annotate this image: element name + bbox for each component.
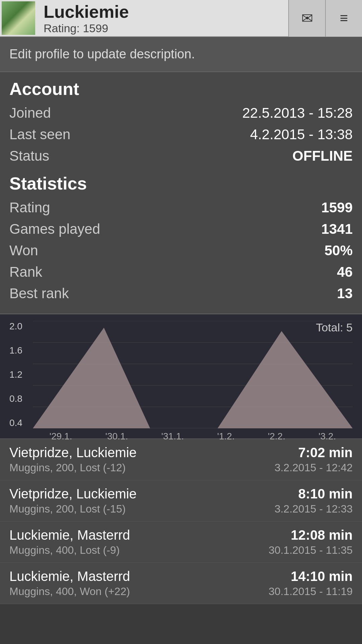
chart-section: 2.0 1.6 1.2 0.8 0.4 Total: 5 '29.1. '30.…	[0, 314, 362, 439]
menu-icon: ≡	[340, 10, 348, 26]
joined-label: Joined	[9, 105, 51, 121]
game-details: Muggins, 400, Won (+22)	[9, 585, 130, 598]
x-label-31: '31.1.	[161, 431, 184, 442]
avatar	[2, 1, 35, 35]
game-row-top: Luckiemie, Masterrd 14:10 min	[9, 569, 353, 584]
chart-y-labels: 2.0 1.6 1.2 0.8 0.4	[9, 321, 22, 428]
game-date: 30.1.2015 - 11:19	[268, 585, 353, 598]
game-history: Vietpridze, Luckiemie 7:02 min Muggins, …	[0, 439, 362, 604]
game-players: Luckiemie, Masterrd	[9, 569, 130, 584]
game-item[interactable]: Luckiemie, Masterrd 14:10 min Muggins, 4…	[0, 563, 362, 604]
rating-row: Rating 1599	[9, 197, 353, 218]
last-seen-row: Last seen 4.2.2015 - 13:38	[9, 124, 353, 145]
won-value: 50%	[324, 243, 353, 259]
statistics-title: Statistics	[9, 173, 353, 194]
header-info: Luckiemie Rating: 1599	[37, 0, 288, 38]
chart-svg	[33, 321, 353, 428]
game-item[interactable]: Luckiemie, Masterrd 12:08 min Muggins, 4…	[0, 522, 362, 563]
rank-row: Rank 46	[9, 261, 353, 283]
game-details: Muggins, 400, Lost (-9)	[9, 544, 120, 556]
avatar-image	[2, 1, 35, 35]
game-row-bottom: Muggins, 200, Lost (-15) 3.2.2015 - 12:3…	[9, 503, 353, 515]
status-row: Status OFFLINE	[9, 145, 353, 167]
rank-value: 46	[337, 264, 353, 280]
y-label-1.2: 1.2	[9, 369, 22, 380]
rank-label: Rank	[9, 264, 42, 280]
last-seen-label: Last seen	[9, 126, 70, 143]
stat-rating-value: 1599	[321, 200, 353, 216]
best-rank-row: Best rank 13	[9, 283, 353, 304]
x-label-29: '29.1.	[50, 431, 72, 442]
game-row-bottom: Muggins, 400, Lost (-9) 30.1.2015 - 11:3…	[9, 544, 353, 556]
chart-container: '29.1. '30.1. '31.1. '1.2. '2.2. '3.2.	[33, 321, 353, 435]
best-rank-value: 13	[337, 285, 353, 302]
rating-label: Rating: 1599	[44, 22, 282, 35]
joined-row: Joined 22.5.2013 - 15:28	[9, 102, 353, 124]
game-row-top: Vietpridze, Luckiemie 8:10 min	[9, 486, 353, 501]
account-title: Account	[9, 79, 353, 99]
status-label: Status	[9, 148, 49, 164]
y-label-0.8: 0.8	[9, 393, 22, 404]
games-played-row: Games played 1341	[9, 218, 353, 240]
game-details: Muggins, 200, Lost (-15)	[9, 503, 126, 515]
won-row: Won 50%	[9, 240, 353, 261]
last-seen-value: 4.2.2015 - 13:38	[250, 126, 353, 143]
joined-value: 22.5.2013 - 15:28	[242, 105, 353, 121]
game-duration: 14:10 min	[291, 569, 353, 584]
message-button[interactable]: ✉	[288, 0, 325, 37]
game-duration: 8:10 min	[298, 486, 353, 501]
header-actions: ✉ ≡	[288, 0, 362, 37]
username: Luckiemie	[44, 2, 282, 22]
x-label-2: '2.2.	[268, 431, 285, 442]
game-players: Vietpridze, Luckiemie	[9, 486, 136, 501]
game-date: 3.2.2015 - 12:33	[275, 503, 353, 515]
edit-notice: Edit profile to update description.	[0, 37, 362, 72]
won-label: Won	[9, 243, 38, 259]
game-row-bottom: Muggins, 400, Won (+22) 30.1.2015 - 11:1…	[9, 585, 353, 598]
game-row-top: Luckiemie, Masterrd 12:08 min	[9, 528, 353, 543]
game-row-top: Vietpridze, Luckiemie 7:02 min	[9, 445, 353, 460]
games-played-label: Games played	[9, 221, 100, 237]
x-label-1: '1.2.	[217, 431, 235, 442]
y-label-1.6: 1.6	[9, 345, 22, 356]
game-players: Luckiemie, Masterrd	[9, 528, 130, 543]
game-date: 30.1.2015 - 11:35	[268, 544, 353, 556]
game-date: 3.2.2015 - 12:42	[275, 462, 353, 474]
edit-notice-text: Edit profile to update description.	[9, 47, 195, 61]
x-label-30: '30.1.	[105, 431, 128, 442]
message-icon: ✉	[301, 10, 313, 26]
game-item[interactable]: Vietpridze, Luckiemie 8:10 min Muggins, …	[0, 480, 362, 522]
menu-button[interactable]: ≡	[325, 0, 362, 37]
header: Luckiemie Rating: 1599 ✉ ≡	[0, 0, 362, 37]
game-duration: 12:08 min	[291, 528, 353, 543]
game-duration: 7:02 min	[298, 445, 353, 460]
game-item[interactable]: Vietpridze, Luckiemie 7:02 min Muggins, …	[0, 439, 362, 480]
y-label-2.0: 2.0	[9, 321, 22, 332]
best-rank-label: Best rank	[9, 285, 69, 302]
games-played-value: 1341	[321, 221, 353, 237]
y-label-0.4: 0.4	[9, 418, 22, 428]
stat-rating-label: Rating	[9, 200, 50, 216]
chart-x-labels: '29.1. '30.1. '31.1. '1.2. '2.2. '3.2.	[33, 431, 353, 442]
game-row-bottom: Muggins, 200, Lost (-12) 3.2.2015 - 12:4…	[9, 462, 353, 474]
game-players: Vietpridze, Luckiemie	[9, 445, 136, 460]
account-section: Account Joined 22.5.2013 - 15:28 Last se…	[0, 72, 362, 314]
game-details: Muggins, 200, Lost (-12)	[9, 462, 126, 474]
status-value: OFFLINE	[292, 148, 353, 164]
x-label-3: '3.2.	[318, 431, 336, 442]
